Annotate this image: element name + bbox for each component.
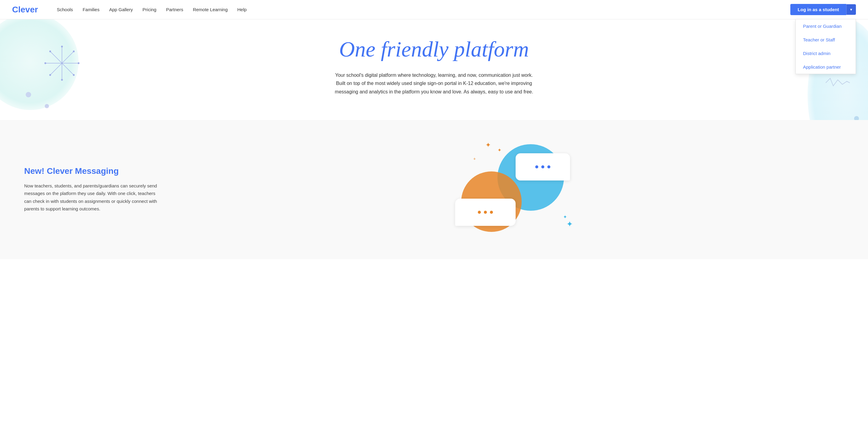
nav-links: Schools Families App Gallery Pricing Par… <box>57 7 790 12</box>
nav-link-families[interactable]: Families <box>83 7 99 12</box>
feature-section: New! Clever Messaging Now teachers, stud… <box>0 120 868 259</box>
chat-dot-orange-1 <box>478 211 481 214</box>
dot-decoration-1 <box>26 92 31 97</box>
chat-dot-2 <box>541 166 544 168</box>
dot-decoration-4 <box>854 116 859 120</box>
login-cta-group: Log in as a student ▾ <box>790 4 856 15</box>
svg-point-10 <box>73 74 75 76</box>
dropdown-district-admin[interactable]: District admin <box>796 47 856 60</box>
chat-dot-orange-3 <box>490 211 493 214</box>
sparkle-icon-1: ✦ <box>485 141 491 149</box>
chat-dot-3 <box>547 166 550 168</box>
login-dropdown-menu: Parent or Guardian Teacher or Staff Dist… <box>796 19 856 74</box>
svg-point-9 <box>49 51 51 52</box>
svg-point-7 <box>44 62 46 64</box>
chat-bubble-top <box>516 153 570 180</box>
nav-link-schools[interactable]: Schools <box>57 7 73 12</box>
svg-point-8 <box>78 62 80 64</box>
svg-point-5 <box>61 46 63 48</box>
waveform-decoration <box>826 77 850 90</box>
hero-title: One friendly platform <box>319 37 549 61</box>
sparkle-icon-4: ✦ <box>566 219 573 229</box>
chat-illustration: ✦ + ✦ ✦ ✦ <box>455 144 570 235</box>
svg-point-11 <box>73 51 75 52</box>
svg-point-12 <box>49 74 51 76</box>
feature-description: Now teachers, students, and parents/guar… <box>24 182 163 213</box>
login-student-button[interactable]: Log in as a student <box>790 4 846 15</box>
feature-visual: ✦ + ✦ ✦ ✦ <box>181 138 844 241</box>
chat-dot-orange-2 <box>484 211 487 214</box>
hero-section: One friendly platform Your school's digi… <box>0 19 868 120</box>
chat-dot-1 <box>535 166 538 168</box>
nav-link-partners[interactable]: Partners <box>166 7 183 12</box>
login-dropdown-toggle[interactable]: ▾ <box>846 4 856 15</box>
nav-link-remote-learning[interactable]: Remote Learning <box>193 7 227 12</box>
nav-link-help[interactable]: Help <box>237 7 247 12</box>
dropdown-teacher-staff[interactable]: Teacher or Staff <box>796 33 856 47</box>
feature-title: New! Clever Messaging <box>24 166 163 176</box>
svg-text:Clever: Clever <box>12 5 38 14</box>
nav-link-app-gallery[interactable]: App Gallery <box>109 7 133 12</box>
dropdown-application-partner[interactable]: Application partner <box>796 60 856 74</box>
dot-decoration-2 <box>45 104 49 108</box>
navbar: Clever Schools Families App Gallery Pric… <box>0 0 868 19</box>
star-decoration <box>42 43 82 84</box>
sparkle-icon-2: + <box>473 156 476 161</box>
hero-content: One friendly platform Your school's digi… <box>319 37 549 96</box>
sparkle-icon-5: ✦ <box>563 214 567 220</box>
chat-bubble-bottom <box>455 199 516 226</box>
svg-point-6 <box>61 79 63 81</box>
hero-subtitle: Your school's digital platform where tec… <box>331 71 537 96</box>
dropdown-parent-guardian[interactable]: Parent or Guardian <box>796 19 856 33</box>
feature-text: New! Clever Messaging Now teachers, stud… <box>24 166 163 213</box>
sparkle-icon-3: ✦ <box>497 147 501 153</box>
nav-link-pricing[interactable]: Pricing <box>143 7 157 12</box>
clever-logo[interactable]: Clever <box>12 4 42 15</box>
